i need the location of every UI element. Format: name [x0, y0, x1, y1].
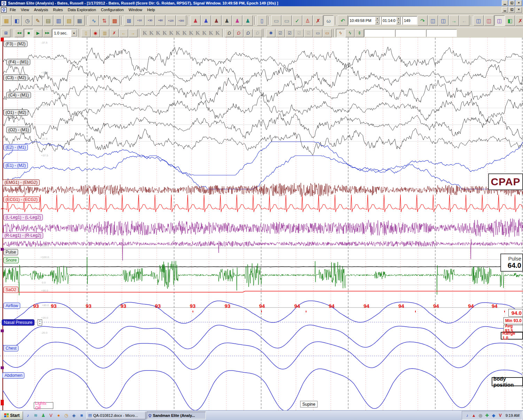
child-minimize-button[interactable]: ▁ — [502, 7, 508, 13]
montage-editor-button[interactable]: ▩ — [110, 15, 120, 26]
clock-tool-button[interactable]: ◷ — [22, 15, 32, 26]
spin-up-icon[interactable]: ▲ — [375, 17, 380, 21]
report-tool-button[interactable]: ▥ — [54, 15, 64, 26]
menu-rules[interactable]: Rules — [50, 7, 65, 13]
edit-notes-button[interactable]: ✎ — [33, 15, 43, 26]
task-sandman-button[interactable]: ϘSandman Elite (Analy... — [147, 412, 206, 419]
epoch-10s-button[interactable]: +10 — [134, 15, 145, 26]
go-jump-button[interactable]: ↷ — [417, 15, 428, 26]
channel-label-nasal-pressure[interactable]: Nasal Pressure — [2, 319, 34, 326]
epoch-field[interactable]: 149 — [403, 16, 417, 25]
start-button[interactable]: Start — [1, 411, 23, 420]
ql-app-2-button[interactable]: ≋ — [32, 412, 39, 419]
zoom-tool-button[interactable]: Ϙ — [225, 29, 234, 37]
k-marker-4-button[interactable]: K — [162, 29, 168, 37]
score-custom-button[interactable]: ♟ — [232, 15, 242, 26]
export-page-button[interactable]: → — [128, 29, 138, 37]
ql-app-1-button[interactable]: ♪ — [24, 412, 31, 419]
amplitude-scale-button[interactable]: ⇕ — [355, 29, 364, 37]
patient-alert-button[interactable]: ♙ — [303, 15, 313, 26]
epoch-60s-button[interactable]: +60 — [155, 15, 165, 26]
k-marker-11-button[interactable]: K — [208, 29, 214, 37]
copy-pages-button[interactable]: ▥ — [100, 29, 109, 37]
score-user-button[interactable]: ♟ — [243, 15, 253, 26]
k-marker-3-button[interactable]: K — [155, 29, 161, 37]
menu-window[interactable]: Window — [126, 7, 145, 13]
zoom-event-button[interactable]: Ϙ — [234, 29, 243, 37]
channel-label-o1[interactable]: (O1) - (M2) — [3, 109, 28, 116]
signal-window[interactable]: (F3) - (M2)(F4) - (M1)(C3) - (M2)(C4) - … — [0, 38, 523, 410]
score-arousal-button[interactable]: ♟ — [201, 15, 211, 26]
tray-app-4-icon[interactable]: ✚ — [484, 413, 490, 418]
ql-app-8-button[interactable]: ■ — [78, 412, 85, 419]
score-respiratory-button[interactable]: ♟ — [211, 15, 221, 26]
menu-analysis[interactable]: Analysis — [31, 7, 50, 13]
verify-pages-button[interactable]: ☑ — [276, 29, 285, 37]
score-limb-button[interactable]: ♟ — [222, 15, 232, 26]
process-wheel-button[interactable]: ✱ — [266, 29, 275, 37]
epoch-300s-button[interactable]: +300 — [176, 15, 186, 26]
quick-settings-button[interactable]: ϟ — [345, 29, 354, 37]
spin-down-icon[interactable]: ▼ — [38, 322, 42, 325]
child-close-button[interactable]: × — [516, 7, 522, 13]
minimize-button[interactable]: ▁ — [502, 0, 508, 6]
monitor-main-button[interactable]: ◫ — [474, 15, 484, 26]
quick-score-button[interactable]: ϟ — [336, 29, 345, 37]
time-field[interactable]: 10:49:58 PM▲▼ — [348, 16, 381, 25]
channel-label-emg[interactable]: (EMG1) - (EMG2) — [2, 179, 40, 186]
k-marker-8-button[interactable]: K — [188, 29, 194, 37]
channel-label-sao2[interactable]: SaO2 — [3, 287, 18, 293]
open-study-button[interactable]: ▦ — [1, 15, 11, 26]
menu-help[interactable]: Help — [145, 7, 157, 13]
tray-app-6-icon[interactable]: V — [498, 413, 503, 418]
epoch-grid-button[interactable]: ⊞ — [1, 29, 10, 37]
channel-label-f4[interactable]: (F4) - (M1) — [6, 59, 30, 65]
channel-label-f3[interactable]: (F3) - (M2) — [3, 41, 28, 47]
verify-next-button[interactable]: ☑ — [295, 29, 304, 37]
epoch-fit-button[interactable]: ⊞ — [124, 15, 134, 26]
menu-configuration[interactable]: Configuration — [99, 7, 126, 13]
elapsed-field-spinner[interactable]: ▲▼ — [396, 17, 401, 24]
channel-label-chest[interactable]: Chest — [3, 345, 18, 351]
ql-app-6-button[interactable]: ◷ — [63, 412, 70, 419]
channel-label-airflow[interactable]: Airflow — [3, 303, 20, 309]
delete-pages-button[interactable]: ✗ — [110, 29, 119, 37]
undo-jump-button[interactable]: ↶ — [338, 15, 348, 26]
ql-app-7-button[interactable]: ◈ — [70, 412, 77, 419]
channel-scale-spinner[interactable]: ▲▼ — [38, 319, 42, 326]
stop-playback-button[interactable]: ■ — [24, 29, 33, 37]
speed-select-dropdown-icon[interactable]: ▼ — [71, 30, 77, 37]
epoch-120s-button[interactable]: +120 — [166, 15, 176, 26]
validate-check-button[interactable]: ✓ — [292, 15, 302, 26]
ql-app-5-button[interactable]: ● — [55, 412, 62, 419]
spin-up-icon[interactable]: ▲ — [38, 320, 42, 322]
k-marker-1-button[interactable]: K — [142, 29, 148, 37]
verify-all-button[interactable]: ☑ — [285, 29, 294, 37]
close-button[interactable]: × — [516, 0, 522, 6]
trash-delete-button[interactable]: ✗ — [515, 15, 523, 26]
score-stage-button[interactable]: ♟ — [190, 15, 201, 26]
new-page-button[interactable]: ▯ — [81, 29, 91, 37]
k-marker-9-button[interactable]: K — [195, 29, 201, 37]
k-marker-7-button[interactable]: K — [181, 29, 188, 37]
channel-label-l-leg[interactable]: (L-Leg1) - (L-Leg2) — [3, 214, 43, 220]
menu-file[interactable]: File — [7, 7, 18, 13]
time-field-spinner[interactable]: ▲▼ — [375, 17, 380, 24]
epoch-30s-button[interactable]: +30 — [145, 15, 155, 26]
verify-prev-button[interactable]: ☑ — [304, 29, 313, 37]
k-marker-2-button[interactable]: K — [148, 29, 155, 37]
zoom-off-button[interactable]: Ϙ — [253, 29, 262, 37]
artifact-reject-button[interactable]: ⇅ — [99, 15, 109, 26]
fast-forward-button[interactable]: ▶▶ — [43, 29, 52, 37]
step-forward-button[interactable]: → — [449, 15, 459, 26]
tray-app-1-icon[interactable]: ♪ — [465, 413, 470, 418]
spin-down-icon[interactable]: ▼ — [396, 21, 401, 24]
channel-label-r-leg[interactable]: (R-Leg1) - (R-Leg2) — [2, 232, 43, 239]
k-marker-5-button[interactable]: K — [168, 29, 174, 37]
import-page-button[interactable]: ← — [119, 29, 128, 37]
elapsed-field[interactable]: 01:14:0▲▼ — [381, 16, 402, 25]
channel-label-o2[interactable]: (O2) - (M1) — [6, 127, 31, 133]
monitor-alt-button[interactable]: ◫ — [484, 15, 494, 26]
ql-app-3-button[interactable]: ♟ — [40, 412, 47, 419]
monitor-active-button[interactable]: ◫ — [494, 15, 505, 26]
